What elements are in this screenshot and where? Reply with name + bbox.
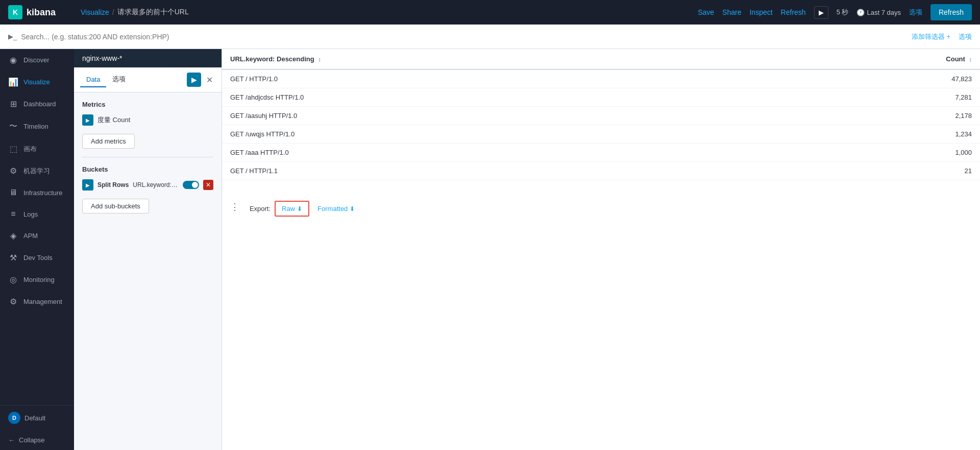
bucket-badge: ▶ [82,179,93,191]
sidebar-item-label-dashboard: Dashboard [23,100,56,108]
time-range-text: Last 7 days [867,9,901,16]
sidebar-item-visualize[interactable]: 📊 Visualize [0,71,74,93]
column-header-count[interactable]: Count ↕ [766,49,980,69]
column-label-count: Count [946,55,965,63]
sort-icon-url: ↕ [318,56,321,62]
refresh-button[interactable]: Refresh [930,4,972,20]
add-filter-button[interactable]: 添加筛选器 + [908,30,954,43]
infra-icon: 🖥 [8,188,18,197]
discover-icon: ◉ [8,55,18,65]
export-section: Export: Raw ⬇ Formatted ⬇ [241,193,363,225]
table-row: GET /aaa HTTP/1.0 1,000 [222,144,980,162]
tab-data[interactable]: Data [80,73,106,87]
more-options-icon[interactable]: ⋮ [230,201,239,212]
table-row: GET /uwqjs HTTP/1.0 1,234 [222,125,980,144]
metric-badge: ▶ [82,114,93,126]
sidebar-item-label-management: Management [23,298,62,305]
section-divider [82,157,213,157]
bucket-detail: URL.keyword: Descen... [133,181,179,188]
export-raw-box: Raw ⬇ [275,201,309,217]
xuan-xiang-top[interactable]: 选项 [909,8,922,17]
add-metrics-button[interactable]: Add metrics [82,134,135,149]
management-icon: ⚙ [8,297,18,306]
sidebar-item-apm[interactable]: ◈ APM [0,225,74,247]
cell-url: GET / HTTP/1.0 [222,69,766,88]
kibana-logo-icon: K [8,5,22,19]
panel-play-icon: ▶ [191,76,197,84]
panel-play-button[interactable]: ▶ [187,73,201,87]
panel-content: Metrics ▶ 度量 Count Add metrics Buckets ▶… [74,92,222,450]
sidebar-item-dashboard[interactable]: ⊞ Dashboard [0,93,74,115]
cell-count: 2,178 [766,107,980,125]
bucket-type-label: Split Rows [97,181,129,188]
table-row: GET /ahdjcdsc HTTP/1.0 7,281 [222,88,980,107]
sidebar-item-label-visualize: Visualize [23,78,50,86]
download-raw-icon: ⬇ [297,205,302,212]
search-input[interactable] [21,33,903,41]
add-sub-buckets-button[interactable]: Add sub-buckets [82,199,149,214]
export-label: Export: [250,205,271,212]
main-content: URL.keyword: Descending ↕ Count ↕ GET / … [222,49,980,450]
collapse-button[interactable]: ← Collapse [0,430,74,450]
index-pattern-title: nginx-www-* [82,54,122,62]
sidebar-item-timelion[interactable]: 〜 Timelion [0,115,74,138]
cell-count: 1,234 [766,125,980,144]
user-name: Default [24,414,45,422]
kibana-logo-text: kibana [27,7,56,18]
play-button[interactable]: ▶ [814,6,828,19]
share-link[interactable]: Share [722,8,741,16]
bucket-toggle[interactable] [183,181,199,189]
sidebar-item-management[interactable]: ⚙ Management [0,291,74,313]
sidebar-item-devtools[interactable]: ⚒ Dev Tools [0,247,74,269]
sidebar-item-label-infra: Infrastructure [23,189,63,197]
table-body: GET / HTTP/1.0 47,823 GET /ahdjcdsc HTTP… [222,69,980,180]
column-header-url[interactable]: URL.keyword: Descending ↕ [222,49,766,69]
cell-url: GET / HTTP/1.1 [222,162,766,180]
export-formatted-label: Formatted [317,205,348,212]
sidebar-bottom: D Default ← Collapse [0,405,74,450]
table-row: GET / HTTP/1.1 21 [222,162,980,180]
sidebar-item-label-monitoring: Monitoring [23,276,55,283]
kibana-logo: K kibana [8,5,75,19]
save-link[interactable]: Save [698,8,714,16]
devtools-icon: ⚒ [8,253,18,263]
panel-close-button[interactable]: ✕ [203,74,215,86]
collapse-label: Collapse [19,436,45,444]
table-row: GET /aasuhj HTTP/1.0 2,178 [222,107,980,125]
sidebar-item-monitoring[interactable]: ◎ Monitoring [0,269,74,291]
main-layout: ◉ Discover 📊 Visualize ⊞ Dashboard 〜 Tim… [0,49,980,450]
export-formatted-link[interactable]: Formatted ⬇ [317,205,355,212]
sidebar-user[interactable]: D Default [0,406,74,430]
tab-options[interactable]: 选项 [106,72,132,88]
panel-tabs: Data 选项 ▶ ✕ [74,67,222,92]
cell-url: GET /ahdjcdsc HTTP/1.0 [222,88,766,107]
time-display: 🕐 Last 7 days [856,9,901,16]
sidebar-item-label-apm: APM [23,232,38,240]
metric-label-count: 度量 Count [97,115,130,125]
sidebar-item-label-discover: Discover [23,56,50,64]
sidebar-item-canvas[interactable]: ⬚ 画布 [0,138,74,160]
dashboard-icon: ⊞ [8,99,18,109]
export-raw-link[interactable]: Raw ⬇ [282,205,302,212]
sidebar-item-logs[interactable]: ≡ Logs [0,203,74,225]
breadcrumb-current: 请求最多的前十个URL [117,8,189,17]
sidebar-item-label-canvas: 画布 [23,145,37,154]
xuan-xiang-search[interactable]: 选项 [959,32,972,41]
download-formatted-icon: ⬇ [350,205,355,212]
cell-url: GET /uwqjs HTTP/1.0 [222,125,766,144]
inspect-link[interactable]: Inspect [749,8,772,16]
data-table: URL.keyword: Descending ↕ Count ↕ GET / … [222,49,980,180]
sidebar-item-ml[interactable]: ⚙ 机器学习 [0,160,74,182]
metric-item-count: ▶ 度量 Count [82,114,213,126]
interval-display: 5 秒 [837,8,849,17]
cell-count: 1,000 [766,144,980,162]
apm-icon: ◈ [8,231,18,241]
bucket-delete-button[interactable]: ✕ [203,180,213,190]
panel-header: nginx-www-* [74,49,222,67]
sidebar-item-infrastructure[interactable]: 🖥 Infrastructure [0,182,74,203]
breadcrumb-parent[interactable]: Visualize [81,8,109,16]
collapse-arrow-icon: ← [8,436,15,444]
monitoring-icon: ◎ [8,275,18,285]
refresh-link[interactable]: Refresh [781,8,806,16]
sidebar-item-discover[interactable]: ◉ Discover [0,49,74,71]
